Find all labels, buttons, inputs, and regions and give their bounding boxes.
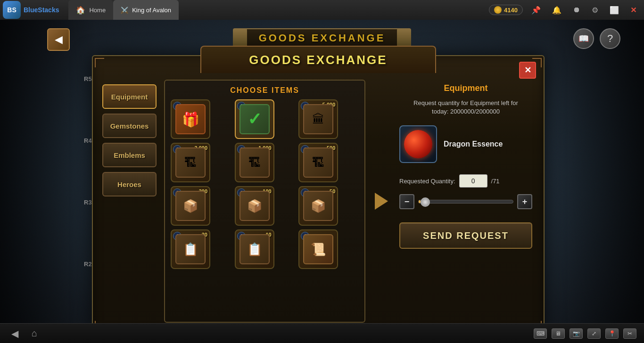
item-cell-8[interactable]: i 100 📦: [235, 186, 274, 226]
item-visual-1: 🎁: [175, 104, 206, 134]
help-icon: ?: [607, 33, 613, 45]
taskbar-map-icon[interactable]: 📍: [605, 328, 619, 339]
taskbar-display-icon[interactable]: 🖥: [552, 328, 565, 339]
top-right-buttons: 📖 ?: [573, 28, 620, 49]
dragon-orb-icon: [404, 130, 432, 158]
item-preview: Dragon Essence: [399, 122, 532, 167]
item-cell-7[interactable]: i 300 📦: [171, 186, 210, 226]
titlebar: BS BlueStacks 🏠 Home ⚔️ King of Avalon 4…: [0, 0, 644, 20]
taskbar-right-icons: ⌨ 🖥 📷 ⤢ 📍 ✂: [534, 328, 636, 339]
item-visual-6: 🏗: [303, 147, 333, 178]
slider-thumb[interactable]: [421, 197, 430, 207]
increment-button[interactable]: +: [517, 194, 532, 209]
tab-home-label: Home: [89, 7, 106, 14]
book-icon: 📖: [578, 33, 589, 44]
sidebar-tab-equipment[interactable]: Equipment: [102, 84, 157, 109]
close-x-icon: ✕: [524, 65, 531, 75]
taskbar-scissors-icon[interactable]: ✂: [623, 328, 636, 339]
bluestacks-logo: BS: [3, 1, 21, 19]
item-cell-11[interactable]: i 10 📋: [235, 229, 274, 269]
rank-labels: R5 R4 R3 R2: [84, 20, 92, 323]
send-request-label: SEND REQUEST: [423, 230, 509, 241]
taskbar-resize-icon[interactable]: ⤢: [587, 328, 601, 339]
item-cell-12[interactable]: i 📜: [298, 229, 338, 269]
qty-label: Requested Quantity:: [399, 178, 455, 185]
titlebar-controls: 4140 📌 🔔 ⏺ ⚙ ⬜ ✕: [489, 4, 644, 16]
choose-items-title: CHOOSE ITEMS: [171, 86, 359, 95]
decrement-button[interactable]: −: [399, 194, 414, 209]
item-cell-2[interactable]: i ✓: [235, 99, 274, 139]
item-visual-7: 📦: [175, 191, 206, 221]
corner-tl: [95, 58, 104, 67]
bell-icon[interactable]: 🔔: [549, 4, 564, 16]
send-request-button[interactable]: SEND REQUEST: [399, 222, 532, 249]
qty-input[interactable]: [459, 174, 487, 188]
close-dialog-button[interactable]: ✕: [519, 62, 536, 79]
sidebar-tab-emblems[interactable]: Emblems: [102, 143, 157, 167]
slider-track[interactable]: [418, 200, 513, 204]
coins-display: 4140: [489, 5, 523, 15]
qty-max: /71: [491, 178, 500, 185]
item-cell-1[interactable]: i 🎁: [171, 99, 210, 139]
taskbar: ◀ ⌂ ⌨ 🖥 📷 ⤢ 📍 ✂: [0, 323, 644, 343]
restore-icon[interactable]: ⬜: [607, 4, 622, 16]
rank-r4: R4: [84, 137, 92, 144]
settings-icon[interactable]: ⚙: [589, 4, 601, 16]
coins-value: 4140: [504, 7, 518, 14]
item-visual-2: ✓: [239, 104, 270, 134]
taskbar-back-button[interactable]: ◀: [8, 327, 22, 341]
pin-icon[interactable]: 📌: [528, 4, 544, 16]
minus-icon: −: [405, 197, 410, 207]
item-cell-6[interactable]: i 500 🏗: [298, 143, 338, 182]
main-dialog: GOODS EXCHANGE ✕ Equipment Gemstones Emb…: [92, 55, 545, 323]
right-panel-description: Request quantity for Equipment left for …: [399, 99, 532, 116]
corner-br: [532, 321, 542, 323]
taskbar-keyboard-icon[interactable]: ⌨: [534, 328, 547, 339]
item-visual-12: 📜: [303, 234, 333, 264]
arrow-container: [373, 80, 390, 323]
back-button[interactable]: ◀: [47, 28, 70, 51]
plus-icon: +: [522, 197, 528, 207]
item-visual-5: 🏗: [239, 147, 270, 178]
qty-row: Requested Quantity: /71: [399, 174, 532, 188]
item-cell-9[interactable]: i 50 📦: [298, 186, 338, 226]
rank-r3: R3: [84, 199, 92, 206]
left-sidebar: Equipment Gemstones Emblems Heroes: [102, 80, 157, 323]
tab-game-label: King of Avalon: [132, 7, 171, 14]
arrow-right-icon: [375, 193, 388, 210]
item-cell-10[interactable]: i 30 📋: [171, 229, 210, 269]
rank-r2: R2: [84, 261, 92, 268]
right-panel-category-title: Equipment: [399, 83, 532, 93]
items-panel: CHOOSE ITEMS i 🎁 i ✓: [164, 80, 365, 323]
item-cell-3[interactable]: i 5,000 🏛: [298, 99, 338, 139]
dialog-title: GOODS EXCHANGE: [249, 53, 387, 67]
game-area: R5 R4 R3 R2 GOODS EXCHANGE ◀ 📖 ? GOODS E…: [0, 20, 644, 323]
item-visual-11: 📋: [239, 234, 270, 264]
item-preview-image: [399, 125, 437, 163]
item-cell-4[interactable]: i 3,000 🏗: [171, 143, 210, 182]
book-button[interactable]: 📖: [573, 28, 594, 49]
item-cell-5[interactable]: i 1,000 🏗: [235, 143, 274, 182]
taskbar-home-button[interactable]: ⌂: [28, 327, 41, 340]
right-panel: Equipment Request quantity for Equipment…: [397, 80, 534, 323]
sidebar-tab-heroes[interactable]: Heroes: [102, 172, 157, 196]
rank-r5: R5: [84, 75, 92, 82]
item-visual-10: 📋: [175, 234, 206, 264]
tab-game[interactable]: ⚔️ King of Avalon: [113, 0, 179, 20]
corner-bl: [95, 321, 104, 323]
back-arrow-icon: ◀: [55, 33, 63, 46]
item-visual-3: 🏛: [303, 104, 333, 134]
record-icon[interactable]: ⏺: [570, 4, 583, 16]
item-visual-9: 📦: [303, 191, 333, 221]
home-icon: 🏠: [76, 6, 85, 15]
help-button[interactable]: ?: [600, 28, 620, 49]
sidebar-tab-gemstones[interactable]: Gemstones: [102, 114, 157, 138]
window-close-icon[interactable]: ✕: [627, 4, 639, 16]
taskbar-camera-icon[interactable]: 📷: [570, 328, 583, 339]
item-visual-4: 🏗: [175, 147, 206, 178]
banner-title: GOODS EXCHANGE: [259, 32, 386, 44]
dialog-title-area: GOODS EXCHANGE: [200, 46, 436, 73]
slider-row: − +: [399, 194, 532, 209]
dialog-inner: Equipment Gemstones Emblems Heroes CHOOS…: [93, 56, 544, 323]
tab-home[interactable]: 🏠 Home: [68, 0, 113, 20]
